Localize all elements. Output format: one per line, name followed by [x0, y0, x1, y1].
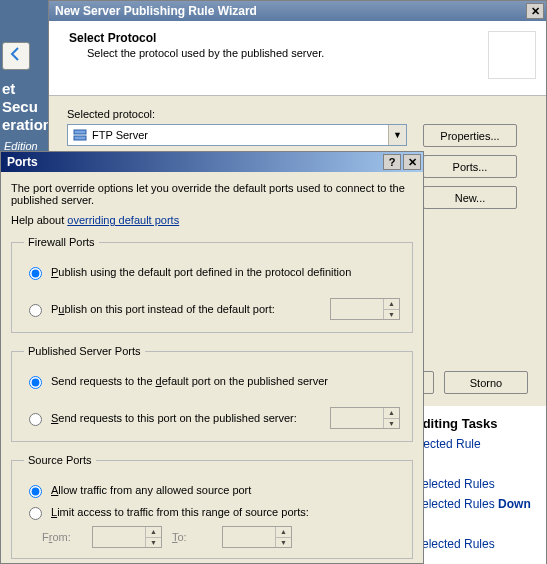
wizard-header: Select Protocol Select the protocol used… [49, 21, 546, 96]
page-subtitle: Select the protocol used by the publishe… [87, 47, 324, 59]
spin-down-icon[interactable]: ▼ [275, 538, 291, 548]
published-server-ports-legend: Published Server Ports [24, 345, 145, 357]
source-from-input [93, 527, 145, 547]
server-icon [72, 127, 88, 143]
spin-down-icon[interactable]: ▼ [383, 419, 399, 429]
ports-help: Help about overriding default ports [11, 214, 413, 226]
to-label: To: [172, 531, 212, 543]
wizard-banner-icon [488, 31, 536, 79]
firewall-default-radio[interactable] [29, 267, 42, 280]
ports-button[interactable]: Ports... [423, 155, 517, 178]
new-button[interactable]: New... [423, 186, 517, 209]
spin-down-icon[interactable]: ▼ [145, 538, 161, 548]
source-range-radio[interactable] [29, 507, 42, 520]
arrow-left-icon [8, 46, 24, 66]
svg-rect-0 [74, 130, 86, 134]
source-ports-group: Source Ports Allow traffic from any allo… [11, 454, 413, 559]
source-range-label[interactable]: Limit access to traffic from this range … [51, 506, 400, 518]
source-ports-legend: Source Ports [24, 454, 96, 466]
published-server-ports-group: Published Server Ports Send requests to … [11, 345, 413, 442]
spin-down-icon[interactable]: ▼ [383, 310, 399, 320]
published-custom-radio[interactable] [29, 413, 42, 426]
task-link-move-down[interactable]: Selected Rules Down [414, 497, 534, 511]
source-to-input [223, 527, 275, 547]
published-port-spinner[interactable]: ▲▼ [330, 407, 400, 429]
help-link-overriding-ports[interactable]: overriding default ports [67, 214, 179, 226]
tasks-panel: Editing Tasks elected Rule e Selected Ru… [414, 416, 534, 557]
help-icon[interactable]: ? [383, 154, 401, 170]
protocol-value: FTP Server [88, 129, 388, 141]
tasks-heading: Editing Tasks [414, 416, 534, 431]
spin-up-icon[interactable]: ▲ [145, 527, 161, 538]
published-custom-label[interactable]: Send requests to this port on the publis… [51, 412, 324, 424]
firewall-default-label[interactable]: PPublish using the default port defined … [51, 266, 400, 278]
close-icon[interactable]: ✕ [403, 154, 421, 170]
selected-protocol-label: Selected protocol: [67, 108, 528, 120]
page-title: Select Protocol [69, 31, 324, 45]
svg-rect-1 [74, 136, 86, 140]
ports-titlebar[interactable]: Ports ? ✕ [1, 152, 423, 172]
firewall-port-spinner[interactable]: ▲▼ [330, 298, 400, 320]
spin-up-icon[interactable]: ▲ [275, 527, 291, 538]
ports-title-text: Ports [7, 155, 38, 169]
firewall-custom-radio[interactable] [29, 304, 42, 317]
source-any-radio[interactable] [29, 485, 42, 498]
source-from-spinner[interactable]: ▲▼ [92, 526, 162, 548]
spin-up-icon[interactable]: ▲ [383, 408, 399, 419]
close-icon[interactable]: ✕ [526, 3, 544, 19]
from-label: From: [42, 531, 82, 543]
published-default-label[interactable]: Send requests to the default port on the… [51, 375, 400, 387]
cancel-button[interactable]: Storno [444, 371, 528, 394]
source-to-spinner[interactable]: ▲▼ [222, 526, 292, 548]
source-any-label[interactable]: Allow traffic from any allowed source po… [51, 484, 400, 496]
wizard-titlebar[interactable]: New Server Publishing Rule Wizard ✕ [49, 1, 546, 21]
product-name-fragment: et Secueration [0, 80, 48, 134]
firewall-custom-label[interactable]: Publish on this port instead of the defa… [51, 303, 324, 315]
protocol-combobox[interactable]: FTP Server ▼ [67, 124, 407, 146]
task-link-selected-rules-2[interactable]: Selected Rules [414, 537, 534, 551]
published-port-input [331, 408, 383, 428]
task-link-selected-rules-1[interactable]: Selected Rules [414, 477, 534, 491]
ports-intro: The port override options let you overri… [11, 182, 413, 206]
published-default-radio[interactable] [29, 376, 42, 389]
chevron-down-icon[interactable]: ▼ [388, 125, 406, 145]
back-button[interactable] [2, 42, 30, 70]
wizard-title-text: New Server Publishing Rule Wizard [55, 1, 257, 21]
properties-button[interactable]: Properties... [423, 124, 517, 147]
firewall-port-input [331, 299, 383, 319]
firewall-ports-group: Firewall Ports PPublish using the defaul… [11, 236, 413, 333]
spin-up-icon[interactable]: ▲ [383, 299, 399, 310]
ports-dialog: Ports ? ✕ The port override options let … [0, 151, 424, 564]
task-link-selected-rule[interactable]: elected Rule [414, 437, 534, 451]
firewall-ports-legend: Firewall Ports [24, 236, 99, 248]
